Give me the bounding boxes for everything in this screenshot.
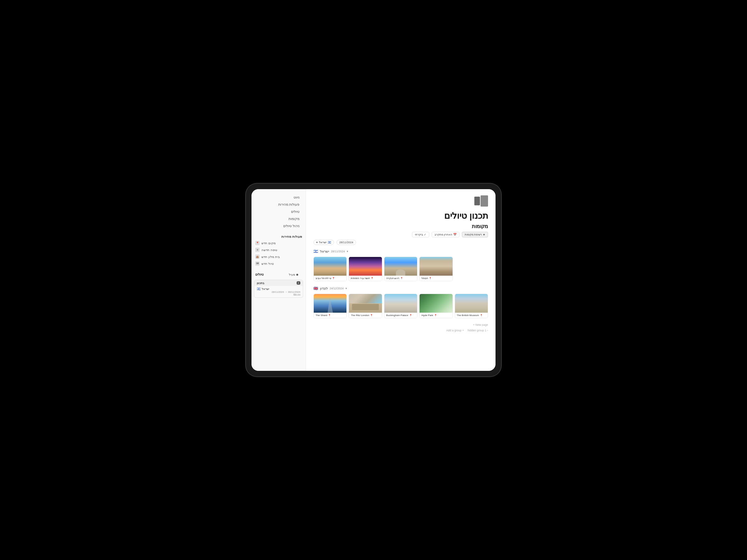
trips-title: טיולים (255, 272, 264, 276)
gallery-group-israel: ▾ 28/11/2024 ישראל 🇮🇱 📍 טיילת תל אביב (313, 248, 488, 281)
view-tabs: ביקרתי ✓ האחרון מתקרב 📅 רשימת מקומות ★ (313, 232, 488, 237)
sidebar-item-manage[interactable]: ניהול טיולים (255, 223, 302, 229)
tab-visited[interactable]: ביקרתי ✓ (412, 232, 429, 237)
tablet-screen: ניווט פעולות מהירות טיולים מקומות ניהול … (252, 189, 495, 371)
pin-icon-buckingham: 📍 (409, 314, 412, 317)
img-british-museum (455, 294, 488, 313)
trip-label: טיול חדש (261, 262, 274, 265)
card-tel-aviv[interactable]: 📍 טיילת תל אביב (313, 257, 347, 281)
trip-group: 2 בתכנון ישראל 🇮🇱 30/11/2024 → 28/11/202… (254, 280, 303, 298)
filter-flag: 🇮🇱 (328, 241, 331, 244)
img-kotel (419, 257, 452, 276)
card-buckingham[interactable]: 📍 Buckingham Palace (384, 294, 417, 318)
img-tel-aviv (314, 257, 346, 276)
pin-icon-rosh: 📍 (400, 277, 403, 280)
hidden-group-toggle[interactable]: hidden group 1 › (467, 329, 488, 332)
locations-section: מקומות ביקרתי ✓ האחרון מתקרב 📅 רשימת מקו… (306, 223, 495, 335)
card-hyde-park[interactable]: 📍 Hyde Park (419, 294, 453, 318)
quick-actions-title: פעולות מהירות (252, 232, 306, 240)
pin-icon-kotel: 📍 (429, 277, 432, 280)
trips-header: פעיל טיולים (252, 271, 306, 278)
flight-icon: ✈ (255, 248, 260, 252)
filter-date-label: 28/11/2024 (339, 241, 353, 244)
gallery-group-header-israel[interactable]: ▾ 28/11/2024 ישראל 🇮🇱 (313, 248, 488, 255)
card-ritz[interactable]: 📍 The Ritz London (349, 294, 382, 318)
trip-country: ישראל 🇮🇱 (257, 287, 300, 291)
tablet-frame: ניווט פעולות מהירות טיולים מקומות ניהול … (246, 184, 501, 376)
trip-budget: ₪0.00 (257, 293, 300, 296)
group-chevron-london: ▾ (345, 287, 347, 290)
sidebar-item-trips[interactable]: טיולים (255, 209, 302, 215)
group-flag-london: 🇬🇧 (313, 286, 318, 291)
group-label-london: לונדון (320, 287, 328, 291)
new-flight-action[interactable]: טיסה חדשה ✈ (252, 246, 306, 253)
trip-dates: 30/11/2024 → 28/11/2024 (257, 291, 300, 293)
sidebar-item-quick-actions[interactable]: פעולות מהירות (255, 201, 302, 208)
card-rosh-hanikra[interactable]: 📍 ראש הנקרה (384, 257, 417, 281)
label-haifa: 📍 חופה עיר התחתית (349, 276, 382, 281)
flight-label: טיסה חדשה (261, 248, 277, 252)
hidden-group-label: hidden group 1 (467, 329, 486, 332)
new-trip-action[interactable]: טיול חדש 🗺 (252, 260, 306, 267)
gallery-group-header-london[interactable]: ▾ 24/12/2024 לונדון 🇬🇧 (313, 285, 488, 292)
place-label: מקום חדש (261, 241, 276, 245)
add-group-button[interactable]: Add a group + (446, 329, 464, 332)
gallery-grid-london: 📍 The Shard 📍 The Ritz London (313, 294, 488, 318)
label-british-museum: 📍 The British Museum (455, 313, 488, 318)
chevron-icon: › (487, 329, 488, 332)
active-indicator (296, 274, 298, 276)
img-hyde-park (419, 294, 452, 313)
pin-icon-ritz: 📍 (370, 314, 373, 317)
img-ritz (349, 294, 382, 313)
img-buckingham (384, 294, 417, 313)
place-icon: 📍 (255, 241, 260, 245)
img-rosh-hanikra (384, 257, 417, 276)
filter-date[interactable]: 28/11/2024 (336, 240, 356, 245)
chevron-down-icon: ▾ (316, 241, 318, 244)
label-kotel: 📍 הכותל (419, 276, 452, 281)
trips-section: פעיל טיולים 2 בתכנון ישראל 🇮🇱 30/11 (252, 271, 306, 299)
trips-active: פעיל (285, 272, 302, 277)
tab-list[interactable]: רשימת מקומות ★ (462, 232, 488, 237)
new-place-action[interactable]: מקום חדש 📍 (252, 240, 306, 246)
sidebar-item-nav[interactable]: ניווט (255, 194, 302, 201)
page-header: תכנון טיולים (306, 189, 495, 223)
gallery-group-london: ▾ 24/12/2024 לונדון 🇬🇧 📍 The Sha (313, 285, 488, 318)
svg-rect-0 (474, 196, 480, 205)
label-tel-aviv: 📍 טיילת תל אביב (314, 276, 346, 281)
hotel-label: בית מלון חדש (261, 255, 280, 259)
tab-upcoming[interactable]: האחרון מתקרב 📅 (432, 232, 459, 237)
label-hyde-park: 📍 Hyde Park (419, 313, 452, 318)
page-title: תכנון טיולים (444, 211, 488, 221)
sidebar-item-places[interactable]: מקומות (255, 216, 302, 222)
bottom-controls: Add a group + hidden group 1 › (313, 328, 488, 335)
img-haifa (349, 257, 382, 276)
main-content: תכנון טיולים מקומות ביקרתי ✓ האחרון מתקר… (306, 189, 495, 371)
card-kotel[interactable]: 📍 הכותל (419, 257, 453, 281)
trip-count-badge: 2 (297, 281, 300, 285)
img-shard (314, 294, 346, 313)
card-haifa[interactable]: 📍 חופה עיר התחתית (349, 257, 382, 281)
label-ritz: 📍 The Ritz London (349, 313, 382, 318)
hotel-icon: 🏨 (255, 255, 260, 259)
sidebar-nav: ניווט פעולות מהירות טיולים מקומות ניהול … (252, 194, 306, 230)
pin-icon-haifa: 📍 (371, 277, 374, 280)
card-british-museum[interactable]: 📍 The British Museum (455, 294, 488, 318)
group-label-israel: ישראל (320, 249, 329, 254)
country-flag: 🇮🇱 (257, 287, 260, 291)
label-buckingham: 📍 Buckingham Palace (384, 313, 417, 318)
group-chevron-israel: ▾ (347, 250, 348, 253)
pin-icon-shard: 📍 (328, 314, 331, 317)
filter-country[interactable]: 🇮🇱 ישראל ▾ (313, 240, 334, 245)
card-shard[interactable]: 📍 The Shard (313, 294, 347, 318)
svg-rect-1 (481, 195, 488, 207)
group-date-london: 24/12/2024 (330, 287, 344, 290)
filter-country-label: ישראל (319, 241, 327, 244)
pin-icon-tel-aviv: 📍 (332, 277, 335, 280)
new-hotel-action[interactable]: בית מלון חדש 🏨 (252, 253, 306, 260)
trip-group-header[interactable]: 2 בתכנון (254, 280, 303, 286)
label-shard: 📍 The Shard (314, 313, 346, 318)
trip-group-content: ישראל 🇮🇱 30/11/2024 → 28/11/2024 ₪0.00 (254, 286, 303, 297)
country-name: ישראל (262, 288, 269, 291)
new-page-button[interactable]: New page + (313, 322, 488, 328)
